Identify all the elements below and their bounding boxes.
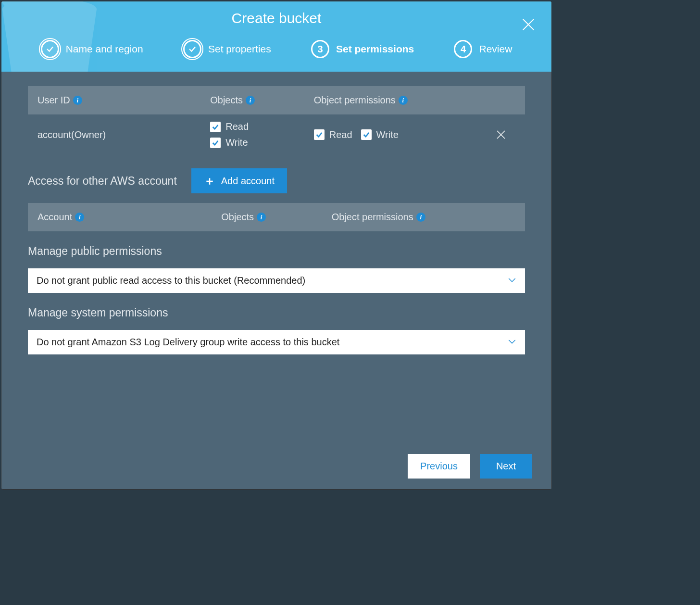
column-label: User ID: [38, 95, 70, 106]
user-permissions-header: User ID i Objects i Object permissions i: [28, 86, 525, 114]
step-number-icon: 4: [454, 40, 472, 58]
checkbox-checked-icon: [314, 129, 325, 140]
step-label: Review: [479, 43, 512, 55]
step-complete-icon: [41, 40, 59, 58]
public-permissions-heading: Manage public permissions: [28, 245, 525, 258]
create-bucket-dialog: Create bucket Name and region Set proper…: [1, 1, 552, 490]
column-label: Object permissions: [332, 212, 413, 223]
info-icon[interactable]: i: [73, 96, 82, 105]
system-permissions-heading: Manage system permissions: [28, 306, 525, 319]
column-label: Account: [38, 212, 72, 223]
objects-write-checkbox[interactable]: Write: [210, 137, 314, 148]
select-value: Do not grant Amazon S3 Log Delivery grou…: [28, 330, 525, 354]
step-label: Set permissions: [336, 43, 414, 55]
column-label: Objects: [210, 95, 243, 106]
checkbox-label: Read: [329, 129, 352, 140]
permissions-read-checkbox[interactable]: Read: [314, 129, 352, 140]
column-object-permissions: Object permissions i: [314, 95, 487, 106]
section-label: Access for other AWS account: [28, 175, 177, 188]
checkbox-label: Write: [376, 129, 399, 140]
step-set-properties[interactable]: Set properties: [183, 40, 271, 58]
close-icon: [521, 17, 536, 32]
column-label: Objects: [221, 212, 254, 223]
permissions-write-checkbox[interactable]: Write: [361, 129, 399, 140]
column-objects: Objects i: [210, 95, 314, 106]
chevron-down-icon: [508, 277, 516, 285]
system-permissions-select[interactable]: Do not grant Amazon S3 Log Delivery grou…: [28, 330, 525, 354]
close-icon: [495, 129, 507, 140]
other-account-section: Access for other AWS account ＋ Add accou…: [28, 168, 525, 193]
step-number-icon: 3: [311, 40, 329, 58]
next-button[interactable]: Next: [480, 454, 532, 479]
other-account-header: Account i Objects i Object permissions i: [28, 203, 525, 231]
dialog-header: Create bucket Name and region Set proper…: [1, 1, 551, 72]
column-account: Account i: [38, 212, 221, 223]
info-icon[interactable]: i: [75, 213, 84, 222]
info-icon[interactable]: i: [257, 213, 266, 222]
remove-row-button[interactable]: [487, 129, 515, 140]
chevron-down-icon: [508, 338, 516, 347]
public-permissions-select[interactable]: Do not grant public read access to this …: [28, 268, 525, 293]
dialog-body: User ID i Objects i Object permissions i…: [1, 72, 551, 443]
step-complete-icon: [183, 40, 201, 58]
checkbox-checked-icon: [210, 122, 221, 132]
column-object-permissions: Object permissions i: [332, 212, 515, 223]
checkbox-label: Write: [225, 137, 248, 148]
objects-read-checkbox[interactable]: Read: [210, 121, 314, 132]
dialog-footer: Previous Next: [1, 443, 551, 489]
info-icon[interactable]: i: [416, 213, 425, 222]
bucket-graphic-icon: [1, 1, 117, 72]
plus-icon: ＋: [204, 175, 215, 187]
step-label: Set properties: [208, 43, 271, 55]
user-id-cell: account(Owner): [38, 129, 210, 140]
column-user-id: User ID i: [38, 95, 210, 106]
checkbox-checked-icon: [210, 138, 221, 148]
step-review[interactable]: 4 Review: [454, 40, 512, 58]
previous-button[interactable]: Previous: [408, 454, 470, 479]
column-label: Object permissions: [314, 95, 396, 106]
column-objects: Objects i: [221, 212, 331, 223]
step-set-permissions[interactable]: 3 Set permissions: [311, 40, 414, 58]
info-icon[interactable]: i: [246, 96, 255, 105]
checkbox-label: Read: [225, 121, 249, 132]
add-account-button[interactable]: ＋ Add account: [191, 168, 287, 193]
checkbox-checked-icon: [361, 129, 372, 140]
user-permissions-row: account(Owner) Read Write Read W: [28, 114, 525, 155]
button-label: Add account: [221, 176, 275, 187]
select-value: Do not grant public read access to this …: [28, 268, 525, 293]
close-button[interactable]: [519, 15, 538, 34]
info-icon[interactable]: i: [399, 96, 408, 105]
